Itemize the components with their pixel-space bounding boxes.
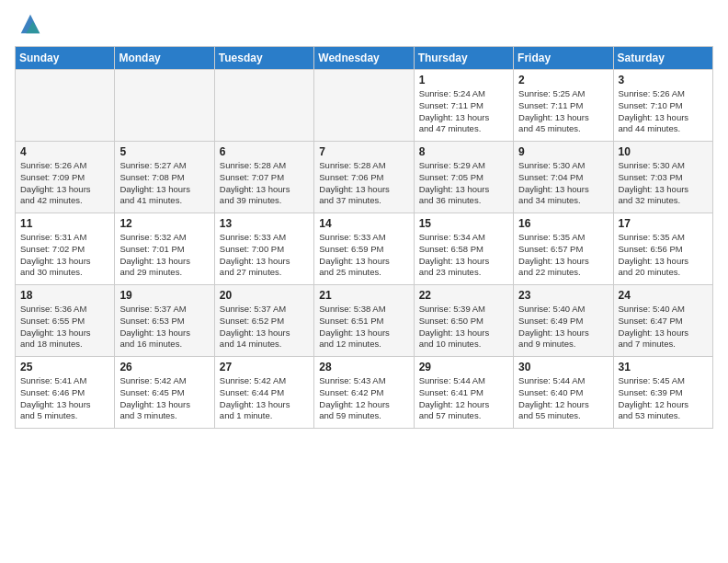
calendar-week-row: 4Sunrise: 5:26 AMSunset: 7:09 PMDaylight… — [16, 142, 713, 213]
day-info: Sunrise: 5:29 AMSunset: 7:05 PMDaylight:… — [419, 160, 508, 207]
day-number: 15 — [419, 217, 508, 230]
calendar-day-cell: 18Sunrise: 5:36 AMSunset: 6:55 PMDayligh… — [16, 285, 115, 357]
day-number: 5 — [119, 145, 209, 158]
calendar-day-cell: 9Sunrise: 5:30 AMSunset: 7:04 PMDaylight… — [514, 142, 613, 213]
day-number: 14 — [319, 217, 408, 230]
day-info: Sunrise: 5:44 AMSunset: 6:40 PMDaylight:… — [518, 375, 608, 422]
day-info: Sunrise: 5:35 AMSunset: 6:57 PMDaylight:… — [518, 232, 608, 279]
calendar-day-cell: 28Sunrise: 5:43 AMSunset: 6:42 PMDayligh… — [314, 357, 414, 429]
calendar-day-cell: 1Sunrise: 5:24 AMSunset: 7:11 PMDaylight… — [414, 70, 513, 142]
day-number: 21 — [319, 289, 408, 302]
calendar-day-cell — [314, 70, 414, 142]
day-info: Sunrise: 5:37 AMSunset: 6:52 PMDaylight:… — [220, 304, 309, 350]
day-number: 20 — [220, 289, 309, 302]
calendar-day-cell — [115, 70, 214, 142]
calendar-day-cell: 3Sunrise: 5:26 AMSunset: 7:10 PMDaylight… — [613, 70, 712, 142]
calendar-day-cell: 11Sunrise: 5:31 AMSunset: 7:02 PMDayligh… — [16, 213, 115, 285]
calendar-day-cell: 26Sunrise: 5:42 AMSunset: 6:45 PMDayligh… — [115, 357, 214, 429]
calendar-day-cell: 6Sunrise: 5:28 AMSunset: 7:07 PMDaylight… — [214, 142, 313, 213]
calendar-day-cell: 2Sunrise: 5:25 AMSunset: 7:11 PMDaylight… — [514, 70, 613, 142]
day-number: 1 — [419, 74, 508, 86]
day-number: 24 — [619, 289, 708, 302]
day-number: 26 — [119, 361, 209, 373]
day-info: Sunrise: 5:40 AMSunset: 6:49 PMDaylight:… — [518, 304, 608, 350]
calendar-day-cell: 17Sunrise: 5:35 AMSunset: 6:56 PMDayligh… — [613, 213, 712, 285]
day-info: Sunrise: 5:45 AMSunset: 6:39 PMDaylight:… — [619, 375, 708, 422]
day-info: Sunrise: 5:28 AMSunset: 7:06 PMDaylight:… — [319, 160, 408, 207]
calendar-day-cell: 14Sunrise: 5:33 AMSunset: 6:59 PMDayligh… — [314, 213, 414, 285]
day-info: Sunrise: 5:39 AMSunset: 6:50 PMDaylight:… — [419, 304, 508, 350]
day-number: 22 — [419, 289, 508, 302]
day-info: Sunrise: 5:33 AMSunset: 6:59 PMDaylight:… — [319, 232, 408, 279]
day-number: 4 — [20, 145, 109, 158]
day-info: Sunrise: 5:44 AMSunset: 6:41 PMDaylight:… — [419, 375, 508, 422]
calendar-day-cell: 23Sunrise: 5:40 AMSunset: 6:49 PMDayligh… — [514, 285, 613, 357]
day-number: 3 — [619, 74, 708, 86]
day-number: 27 — [220, 361, 309, 373]
day-info: Sunrise: 5:32 AMSunset: 7:01 PMDaylight:… — [119, 232, 209, 279]
calendar-day-cell — [16, 70, 115, 142]
day-info: Sunrise: 5:27 AMSunset: 7:08 PMDaylight:… — [119, 160, 209, 207]
day-info: Sunrise: 5:26 AMSunset: 7:10 PMDaylight:… — [619, 88, 708, 135]
day-info: Sunrise: 5:25 AMSunset: 7:11 PMDaylight:… — [518, 88, 608, 135]
calendar-day-header: Monday — [115, 47, 214, 70]
calendar-day-cell: 21Sunrise: 5:38 AMSunset: 6:51 PMDayligh… — [314, 285, 414, 357]
calendar-day-header: Thursday — [414, 47, 513, 70]
day-number: 18 — [20, 289, 109, 302]
calendar-day-cell: 10Sunrise: 5:30 AMSunset: 7:03 PMDayligh… — [613, 142, 712, 213]
day-number: 31 — [619, 361, 708, 373]
header — [15, 11, 713, 37]
logo-icon — [17, 11, 43, 37]
day-number: 2 — [518, 74, 608, 86]
calendar-day-cell: 16Sunrise: 5:35 AMSunset: 6:57 PMDayligh… — [514, 213, 613, 285]
day-number: 12 — [119, 217, 209, 230]
calendar-day-cell: 4Sunrise: 5:26 AMSunset: 7:09 PMDaylight… — [16, 142, 115, 213]
calendar-day-cell: 12Sunrise: 5:32 AMSunset: 7:01 PMDayligh… — [115, 213, 214, 285]
day-info: Sunrise: 5:38 AMSunset: 6:51 PMDaylight:… — [319, 304, 408, 350]
calendar-day-cell: 7Sunrise: 5:28 AMSunset: 7:06 PMDaylight… — [314, 142, 414, 213]
day-number: 28 — [319, 361, 408, 373]
calendar-day-cell — [214, 70, 313, 142]
calendar-day-cell: 29Sunrise: 5:44 AMSunset: 6:41 PMDayligh… — [414, 357, 513, 429]
day-number: 9 — [518, 145, 608, 158]
calendar-day-cell: 27Sunrise: 5:42 AMSunset: 6:44 PMDayligh… — [214, 357, 313, 429]
day-info: Sunrise: 5:35 AMSunset: 6:56 PMDaylight:… — [619, 232, 708, 279]
day-info: Sunrise: 5:30 AMSunset: 7:03 PMDaylight:… — [619, 160, 708, 207]
calendar-week-row: 1Sunrise: 5:24 AMSunset: 7:11 PMDaylight… — [16, 70, 713, 142]
day-info: Sunrise: 5:30 AMSunset: 7:04 PMDaylight:… — [518, 160, 608, 207]
day-info: Sunrise: 5:37 AMSunset: 6:53 PMDaylight:… — [119, 304, 209, 350]
calendar-day-cell: 13Sunrise: 5:33 AMSunset: 7:00 PMDayligh… — [214, 213, 313, 285]
calendar-day-cell: 24Sunrise: 5:40 AMSunset: 6:47 PMDayligh… — [613, 285, 712, 357]
day-number: 19 — [119, 289, 209, 302]
day-info: Sunrise: 5:33 AMSunset: 7:00 PMDaylight:… — [220, 232, 309, 279]
day-number: 25 — [20, 361, 109, 373]
calendar-day-cell: 22Sunrise: 5:39 AMSunset: 6:50 PMDayligh… — [414, 285, 513, 357]
day-info: Sunrise: 5:40 AMSunset: 6:47 PMDaylight:… — [619, 304, 708, 350]
calendar-day-header: Wednesday — [314, 47, 414, 70]
day-info: Sunrise: 5:42 AMSunset: 6:44 PMDaylight:… — [220, 375, 309, 422]
calendar-day-cell: 20Sunrise: 5:37 AMSunset: 6:52 PMDayligh… — [214, 285, 313, 357]
calendar-week-row: 25Sunrise: 5:41 AMSunset: 6:46 PMDayligh… — [16, 357, 713, 429]
day-info: Sunrise: 5:42 AMSunset: 6:45 PMDaylight:… — [119, 375, 209, 422]
day-info: Sunrise: 5:43 AMSunset: 6:42 PMDaylight:… — [319, 375, 408, 422]
calendar-day-header: Friday — [514, 47, 613, 70]
day-number: 8 — [419, 145, 508, 158]
calendar-day-cell: 30Sunrise: 5:44 AMSunset: 6:40 PMDayligh… — [514, 357, 613, 429]
day-number: 17 — [619, 217, 708, 230]
day-info: Sunrise: 5:34 AMSunset: 6:58 PMDaylight:… — [419, 232, 508, 279]
day-number: 16 — [518, 217, 608, 230]
page-container: SundayMondayTuesdayWednesdayThursdayFrid… — [0, 0, 728, 436]
calendar-day-header: Sunday — [16, 47, 115, 70]
calendar-week-row: 11Sunrise: 5:31 AMSunset: 7:02 PMDayligh… — [16, 213, 713, 285]
day-number: 29 — [419, 361, 508, 373]
day-info: Sunrise: 5:28 AMSunset: 7:07 PMDaylight:… — [220, 160, 309, 207]
calendar-day-cell: 5Sunrise: 5:27 AMSunset: 7:08 PMDaylight… — [115, 142, 214, 213]
day-number: 30 — [518, 361, 608, 373]
calendar-day-cell: 25Sunrise: 5:41 AMSunset: 6:46 PMDayligh… — [16, 357, 115, 429]
day-number: 11 — [20, 217, 109, 230]
calendar-day-header: Tuesday — [214, 47, 313, 70]
calendar-day-cell: 19Sunrise: 5:37 AMSunset: 6:53 PMDayligh… — [115, 285, 214, 357]
logo — [15, 11, 43, 37]
day-number: 23 — [518, 289, 608, 302]
day-number: 10 — [619, 145, 708, 158]
